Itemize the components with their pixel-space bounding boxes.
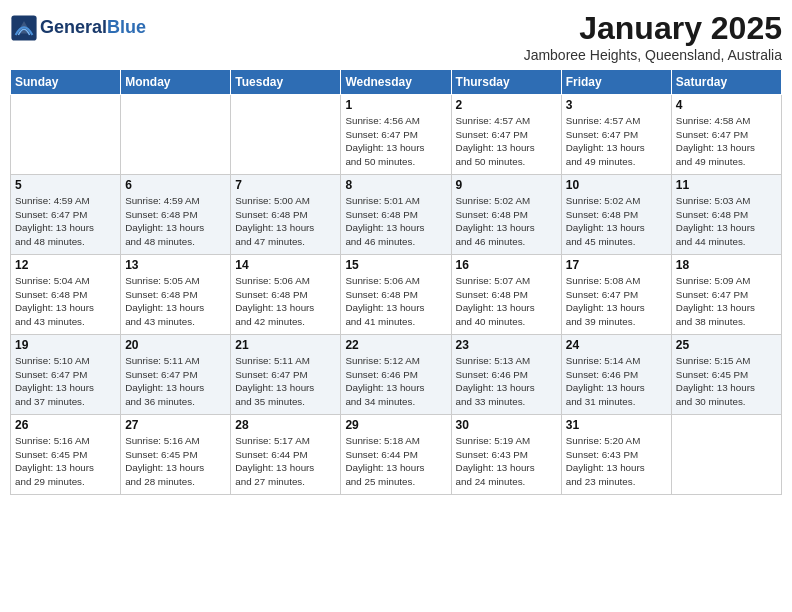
day-detail: Sunrise: 5:08 AM Sunset: 6:47 PM Dayligh… (566, 274, 667, 329)
day-detail: Sunrise: 5:20 AM Sunset: 6:43 PM Dayligh… (566, 434, 667, 489)
day-detail: Sunrise: 4:57 AM Sunset: 6:47 PM Dayligh… (566, 114, 667, 169)
calendar-cell: 10Sunrise: 5:02 AM Sunset: 6:48 PM Dayli… (561, 175, 671, 255)
day-detail: Sunrise: 5:04 AM Sunset: 6:48 PM Dayligh… (15, 274, 116, 329)
day-detail: Sunrise: 4:57 AM Sunset: 6:47 PM Dayligh… (456, 114, 557, 169)
calendar-cell: 2Sunrise: 4:57 AM Sunset: 6:47 PM Daylig… (451, 95, 561, 175)
calendar-cell: 8Sunrise: 5:01 AM Sunset: 6:48 PM Daylig… (341, 175, 451, 255)
calendar-cell: 13Sunrise: 5:05 AM Sunset: 6:48 PM Dayli… (121, 255, 231, 335)
day-detail: Sunrise: 5:19 AM Sunset: 6:43 PM Dayligh… (456, 434, 557, 489)
day-number: 10 (566, 178, 667, 192)
calendar-cell: 15Sunrise: 5:06 AM Sunset: 6:48 PM Dayli… (341, 255, 451, 335)
day-number: 24 (566, 338, 667, 352)
weekday-tuesday: Tuesday (231, 70, 341, 95)
calendar-cell: 26Sunrise: 5:16 AM Sunset: 6:45 PM Dayli… (11, 415, 121, 495)
day-detail: Sunrise: 5:06 AM Sunset: 6:48 PM Dayligh… (235, 274, 336, 329)
day-detail: Sunrise: 5:12 AM Sunset: 6:46 PM Dayligh… (345, 354, 446, 409)
day-detail: Sunrise: 5:17 AM Sunset: 6:44 PM Dayligh… (235, 434, 336, 489)
day-number: 17 (566, 258, 667, 272)
day-detail: Sunrise: 5:05 AM Sunset: 6:48 PM Dayligh… (125, 274, 226, 329)
weekday-friday: Friday (561, 70, 671, 95)
calendar-cell (231, 95, 341, 175)
week-row-4: 19Sunrise: 5:10 AM Sunset: 6:47 PM Dayli… (11, 335, 782, 415)
day-number: 28 (235, 418, 336, 432)
day-number: 12 (15, 258, 116, 272)
calendar-title: January 2025 (524, 10, 782, 47)
day-number: 13 (125, 258, 226, 272)
week-row-1: 1Sunrise: 4:56 AM Sunset: 6:47 PM Daylig… (11, 95, 782, 175)
day-detail: Sunrise: 5:16 AM Sunset: 6:45 PM Dayligh… (125, 434, 226, 489)
day-number: 30 (456, 418, 557, 432)
logo-text: GeneralBlue (40, 18, 146, 38)
calendar-cell: 4Sunrise: 4:58 AM Sunset: 6:47 PM Daylig… (671, 95, 781, 175)
day-detail: Sunrise: 4:59 AM Sunset: 6:48 PM Dayligh… (125, 194, 226, 249)
calendar-body: 1Sunrise: 4:56 AM Sunset: 6:47 PM Daylig… (11, 95, 782, 495)
day-detail: Sunrise: 4:59 AM Sunset: 6:47 PM Dayligh… (15, 194, 116, 249)
day-detail: Sunrise: 5:02 AM Sunset: 6:48 PM Dayligh… (456, 194, 557, 249)
calendar-cell: 29Sunrise: 5:18 AM Sunset: 6:44 PM Dayli… (341, 415, 451, 495)
day-number: 1 (345, 98, 446, 112)
day-number: 3 (566, 98, 667, 112)
day-detail: Sunrise: 5:16 AM Sunset: 6:45 PM Dayligh… (15, 434, 116, 489)
calendar-cell: 12Sunrise: 5:04 AM Sunset: 6:48 PM Dayli… (11, 255, 121, 335)
week-row-5: 26Sunrise: 5:16 AM Sunset: 6:45 PM Dayli… (11, 415, 782, 495)
calendar-cell: 30Sunrise: 5:19 AM Sunset: 6:43 PM Dayli… (451, 415, 561, 495)
weekday-saturday: Saturday (671, 70, 781, 95)
day-number: 6 (125, 178, 226, 192)
day-number: 11 (676, 178, 777, 192)
logo: GeneralBlue (10, 14, 146, 42)
day-detail: Sunrise: 5:07 AM Sunset: 6:48 PM Dayligh… (456, 274, 557, 329)
day-detail: Sunrise: 5:15 AM Sunset: 6:45 PM Dayligh… (676, 354, 777, 409)
day-detail: Sunrise: 5:09 AM Sunset: 6:47 PM Dayligh… (676, 274, 777, 329)
day-number: 5 (15, 178, 116, 192)
day-detail: Sunrise: 5:00 AM Sunset: 6:48 PM Dayligh… (235, 194, 336, 249)
calendar-cell: 20Sunrise: 5:11 AM Sunset: 6:47 PM Dayli… (121, 335, 231, 415)
day-number: 2 (456, 98, 557, 112)
calendar-cell: 28Sunrise: 5:17 AM Sunset: 6:44 PM Dayli… (231, 415, 341, 495)
calendar-cell (121, 95, 231, 175)
day-detail: Sunrise: 5:18 AM Sunset: 6:44 PM Dayligh… (345, 434, 446, 489)
weekday-wednesday: Wednesday (341, 70, 451, 95)
calendar-cell: 6Sunrise: 4:59 AM Sunset: 6:48 PM Daylig… (121, 175, 231, 255)
calendar-cell: 7Sunrise: 5:00 AM Sunset: 6:48 PM Daylig… (231, 175, 341, 255)
title-block: January 2025 Jamboree Heights, Queenslan… (524, 10, 782, 63)
calendar-cell (671, 415, 781, 495)
calendar-cell: 3Sunrise: 4:57 AM Sunset: 6:47 PM Daylig… (561, 95, 671, 175)
day-number: 9 (456, 178, 557, 192)
day-detail: Sunrise: 5:14 AM Sunset: 6:46 PM Dayligh… (566, 354, 667, 409)
calendar-cell: 11Sunrise: 5:03 AM Sunset: 6:48 PM Dayli… (671, 175, 781, 255)
calendar-cell: 1Sunrise: 4:56 AM Sunset: 6:47 PM Daylig… (341, 95, 451, 175)
day-number: 4 (676, 98, 777, 112)
day-number: 14 (235, 258, 336, 272)
day-detail: Sunrise: 5:11 AM Sunset: 6:47 PM Dayligh… (235, 354, 336, 409)
calendar-cell: 23Sunrise: 5:13 AM Sunset: 6:46 PM Dayli… (451, 335, 561, 415)
day-number: 15 (345, 258, 446, 272)
day-number: 19 (15, 338, 116, 352)
calendar-cell: 24Sunrise: 5:14 AM Sunset: 6:46 PM Dayli… (561, 335, 671, 415)
day-detail: Sunrise: 4:56 AM Sunset: 6:47 PM Dayligh… (345, 114, 446, 169)
calendar-cell: 25Sunrise: 5:15 AM Sunset: 6:45 PM Dayli… (671, 335, 781, 415)
day-detail: Sunrise: 5:10 AM Sunset: 6:47 PM Dayligh… (15, 354, 116, 409)
day-number: 18 (676, 258, 777, 272)
day-number: 22 (345, 338, 446, 352)
day-number: 7 (235, 178, 336, 192)
day-detail: Sunrise: 5:02 AM Sunset: 6:48 PM Dayligh… (566, 194, 667, 249)
day-number: 29 (345, 418, 446, 432)
calendar-cell: 18Sunrise: 5:09 AM Sunset: 6:47 PM Dayli… (671, 255, 781, 335)
logo-icon (10, 14, 38, 42)
weekday-monday: Monday (121, 70, 231, 95)
weekday-thursday: Thursday (451, 70, 561, 95)
weekday-sunday: Sunday (11, 70, 121, 95)
day-number: 25 (676, 338, 777, 352)
day-number: 8 (345, 178, 446, 192)
calendar-cell: 5Sunrise: 4:59 AM Sunset: 6:47 PM Daylig… (11, 175, 121, 255)
calendar-cell: 16Sunrise: 5:07 AM Sunset: 6:48 PM Dayli… (451, 255, 561, 335)
day-number: 16 (456, 258, 557, 272)
calendar-subtitle: Jamboree Heights, Queensland, Australia (524, 47, 782, 63)
day-number: 20 (125, 338, 226, 352)
day-number: 31 (566, 418, 667, 432)
calendar-cell: 31Sunrise: 5:20 AM Sunset: 6:43 PM Dayli… (561, 415, 671, 495)
day-detail: Sunrise: 5:03 AM Sunset: 6:48 PM Dayligh… (676, 194, 777, 249)
day-number: 26 (15, 418, 116, 432)
day-detail: Sunrise: 5:06 AM Sunset: 6:48 PM Dayligh… (345, 274, 446, 329)
calendar-cell (11, 95, 121, 175)
